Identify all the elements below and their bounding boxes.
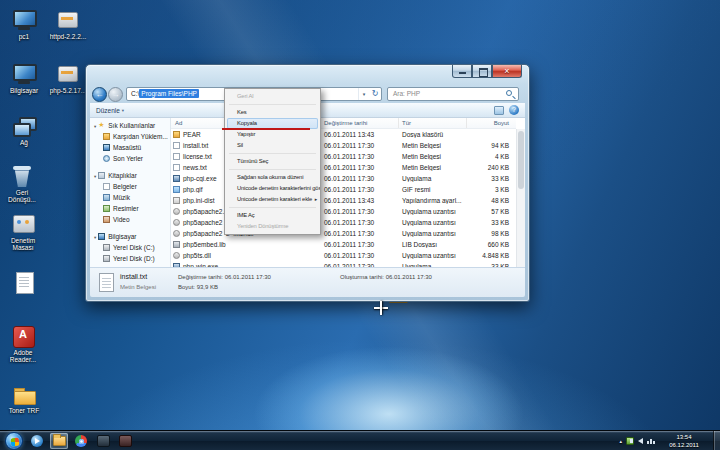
volume-icon[interactable] bbox=[638, 438, 643, 444]
expander-icon[interactable] bbox=[94, 172, 96, 179]
minimize-button[interactable] bbox=[452, 65, 472, 78]
sidebar-label: Bilgisayar bbox=[108, 233, 136, 240]
taskbar-clock[interactable]: 13:54 06.12.2011 bbox=[659, 433, 709, 449]
refresh-icon[interactable]: ↻ bbox=[369, 88, 381, 100]
sidebar-item-libraries[interactable]: Kitaplıklar bbox=[90, 170, 170, 181]
desktop-icon-toner[interactable]: Toner TRF bbox=[2, 382, 46, 414]
file-row[interactable]: PEAR06.01.2011 13:43Dosya klasörü bbox=[171, 129, 516, 140]
menu-item-open-ime[interactable]: IME Aç bbox=[225, 210, 320, 221]
computer-icon bbox=[98, 233, 105, 240]
sidebar-item-recent-places[interactable]: Son Yerler bbox=[90, 153, 170, 164]
taskbar-app-5[interactable] bbox=[116, 433, 134, 449]
forward-button[interactable]: → bbox=[108, 87, 123, 102]
taskbar-app-chrome[interactable] bbox=[72, 433, 90, 449]
monitor-icon bbox=[10, 8, 38, 32]
file-row[interactable]: install.txt06.01.2011 17:30Metin Belgesi… bbox=[171, 140, 516, 151]
desktop-icon-label: Toner TRF bbox=[2, 407, 46, 414]
desktop-icon-document[interactable] bbox=[2, 270, 46, 295]
computer-icon bbox=[10, 62, 38, 86]
sidebar-item-pictures[interactable]: Resimler bbox=[90, 203, 170, 214]
sidebar-item-favorites[interactable]: Sık Kullanılanlar bbox=[90, 120, 170, 131]
explorer-folder-icon bbox=[53, 436, 66, 446]
search-input[interactable]: Ara: PHP bbox=[387, 87, 519, 101]
sidebar-item-local-disk-c[interactable]: Yerel Disk (C:) bbox=[90, 242, 170, 253]
file-row[interactable]: php5apache2.dll06.01.2011 17:30Uygulama … bbox=[171, 206, 516, 217]
desktop-icon-label: pc1 bbox=[2, 33, 46, 40]
desktop-icon-computer[interactable]: Bilgisayar bbox=[2, 62, 46, 94]
document-icon bbox=[10, 270, 38, 294]
show-hidden-icons-chevron[interactable]: ▴ bbox=[619, 438, 622, 444]
help-button[interactable]: ? bbox=[509, 105, 519, 115]
expander-icon[interactable] bbox=[94, 122, 96, 129]
menu-item-show-unicode-controls[interactable]: Unicode denetim karakterlerini göster bbox=[225, 183, 320, 194]
back-button[interactable]: ← bbox=[92, 87, 107, 102]
sidebar-label: Belgeler bbox=[113, 183, 137, 190]
selected-file-name: install.txt bbox=[120, 273, 147, 280]
network-icon[interactable] bbox=[647, 437, 656, 445]
menu-item-insert-unicode-control[interactable]: Unicode denetim karakteri ekle▸ bbox=[225, 194, 320, 205]
scrollbar-thumb[interactable] bbox=[518, 131, 524, 189]
vertical-scrollbar[interactable] bbox=[516, 129, 525, 267]
sidebar-item-computer[interactable]: Bilgisayar bbox=[90, 231, 170, 242]
column-header-size[interactable]: Boyut bbox=[467, 118, 513, 128]
menu-item-paste[interactable]: Yapıştır bbox=[225, 129, 320, 140]
file-row[interactable]: php.ini-dist06.01.2011 13:43Yapılandırma… bbox=[171, 195, 516, 206]
desktop: pc1 httpd-2.2.2... Bilgisayar php-5.2.17… bbox=[0, 0, 720, 450]
dll-file-icon bbox=[173, 219, 180, 226]
recycle-bin-icon bbox=[8, 164, 36, 188]
desktop-icon-recycle-bin[interactable]: Geri Dönüşü... bbox=[2, 164, 42, 203]
show-desktop-button[interactable] bbox=[713, 431, 720, 450]
sidebar-label: Kitaplıklar bbox=[108, 172, 137, 179]
desktop-icon-control-panel[interactable]: Denetim Masası bbox=[2, 212, 44, 251]
file-row[interactable]: php.gif06.01.2011 17:30GIF resmi3 KB bbox=[171, 184, 516, 195]
menu-item-select-all[interactable]: Tümünü Seç bbox=[225, 156, 320, 167]
star-icon bbox=[98, 122, 105, 129]
crosshair-cursor bbox=[374, 301, 388, 315]
start-button[interactable] bbox=[5, 432, 23, 450]
desktop-icon-label: Bilgisayar bbox=[2, 87, 46, 94]
menu-item-cut[interactable]: Kes bbox=[225, 107, 320, 118]
desktop-icon-pc1[interactable]: pc1 bbox=[2, 8, 46, 40]
sidebar-label: Müzik bbox=[113, 194, 130, 201]
navigation-pane: Sık Kullanılanlar Karşıdan Yüklem... Mas… bbox=[90, 118, 171, 267]
sidebar-item-documents[interactable]: Belgeler bbox=[90, 181, 170, 192]
address-dropdown-icon[interactable]: ▾ bbox=[358, 88, 369, 100]
sidebar-item-desktop[interactable]: Masaüstü bbox=[90, 142, 170, 153]
file-row[interactable]: news.txt06.01.2011 17:30Metin Belgesi240… bbox=[171, 162, 516, 173]
sidebar-item-music[interactable]: Müzik bbox=[90, 192, 170, 203]
file-row[interactable]: license.txt06.01.2011 17:30Metin Belgesi… bbox=[171, 151, 516, 162]
desktop-icon-php[interactable]: php-5.2.17... bbox=[46, 62, 90, 94]
expander-icon[interactable] bbox=[94, 233, 96, 240]
column-header-date[interactable]: Değiştirme tarihi bbox=[321, 118, 399, 128]
taskbar-app-explorer[interactable] bbox=[50, 433, 68, 449]
change-view-button[interactable] bbox=[494, 106, 504, 115]
taskbar-app-4[interactable] bbox=[94, 433, 112, 449]
menu-separator bbox=[229, 169, 316, 170]
sidebar-item-local-disk-d[interactable]: Yerel Disk (D:) bbox=[90, 253, 170, 264]
organize-button[interactable]: Düzenle ▾ bbox=[96, 107, 124, 114]
sidebar-item-video[interactable]: Video bbox=[90, 214, 170, 225]
maximize-button[interactable] bbox=[472, 65, 492, 78]
file-row[interactable]: php5embed.lib06.01.2011 17:30LIB Dosyası… bbox=[171, 239, 516, 250]
file-row[interactable]: php5apache2_2.dll06.01.2011 17:30Uygulam… bbox=[171, 217, 516, 228]
address-selected-text: Program Files\PHP bbox=[139, 89, 199, 98]
column-header-type[interactable]: Tür bbox=[399, 118, 467, 128]
selected-file-icon bbox=[99, 273, 114, 292]
menu-item-delete[interactable]: Sil bbox=[225, 140, 320, 151]
desktop-icon-httpd[interactable]: httpd-2.2.2... bbox=[46, 8, 90, 40]
file-row[interactable]: php-cgi.exe06.01.2011 17:30Uygulama33 KB bbox=[171, 173, 516, 184]
desktop-icon-adobe-reader[interactable]: Adobe Reader... bbox=[2, 324, 44, 363]
search-icon bbox=[506, 90, 512, 96]
app-icon bbox=[119, 435, 132, 447]
sidebar-item-downloads[interactable]: Karşıdan Yüklem... bbox=[90, 131, 170, 142]
file-row[interactable]: php5ts.dll06.01.2011 17:30Uygulama uzant… bbox=[171, 250, 516, 261]
taskbar-app-media-player[interactable] bbox=[28, 433, 46, 449]
menu-item-undo: Geri Al bbox=[225, 91, 320, 102]
menu-item-reconversion: Yeniden Dönüştürme bbox=[225, 221, 320, 232]
desktop-icon-network[interactable]: Ağ bbox=[2, 114, 46, 146]
config-file-icon bbox=[173, 197, 180, 204]
file-row[interactable]: php5apache2_2_filter.dll06.01.2011 17:30… bbox=[171, 228, 516, 239]
close-button[interactable]: × bbox=[492, 65, 522, 78]
menu-item-rtl-reading-order[interactable]: Sağdan sola okuma düzeni bbox=[225, 172, 320, 183]
desktop-icon-label: php-5.2.17... bbox=[46, 87, 90, 94]
